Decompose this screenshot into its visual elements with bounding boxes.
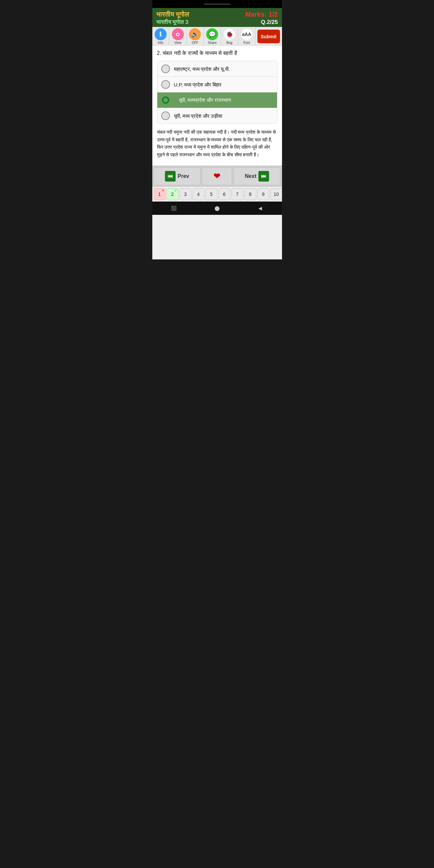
info-label: Info	[158, 41, 164, 44]
marks-text: Marks: 1/2	[245, 11, 278, 18]
app-title: भारतीय भूगोल	[156, 11, 189, 18]
q-num-5[interactable]: 5	[206, 188, 217, 200]
check-mark-2: ✓	[175, 189, 177, 192]
header-top: भारतीय भूगोल Marks: 1/2	[156, 11, 278, 18]
submit-button[interactable]: Submit	[257, 30, 280, 43]
share-label: Share	[208, 41, 217, 44]
off-label: OFF	[191, 41, 198, 44]
prev-button[interactable]: ⏮ Prev	[154, 167, 201, 185]
q-num-10[interactable]: 10	[270, 188, 282, 200]
option-a[interactable]: महाराष्ट्र, मध्य प्रदेश और यू.पी.	[157, 61, 277, 77]
bottom-bar: ⬛ ⬤ ◀	[152, 202, 282, 215]
q-num-2[interactable]: ✓ 2	[166, 188, 179, 200]
next-label: Next	[245, 173, 256, 179]
toolbar: ℹ Info ✿ View 🔊 OFF 💬 Share 🐞 Bu	[152, 27, 282, 45]
app-subtitle: भारतीय भूगोल 3	[156, 19, 189, 26]
back-icon[interactable]: ◀	[256, 204, 265, 212]
heart-icon: ❤	[214, 172, 220, 181]
view-label: View	[174, 41, 182, 44]
share-icon: 💬	[206, 28, 218, 40]
q-num-2-label: 2	[171, 191, 174, 197]
radio-a	[161, 64, 170, 73]
q-num-6[interactable]: 6	[218, 188, 230, 200]
content-area: 2. चंबल नदी के राज्यों के माध्यम से बहती…	[152, 45, 282, 166]
favorite-button[interactable]: ❤	[202, 167, 232, 185]
toolbar-off[interactable]: 🔊 OFF	[187, 27, 204, 45]
phone-container: भारतीय भूगोल Marks: 1/2 भारतीय भूगोल 3 Q…	[152, 0, 282, 259]
toolbar-bug[interactable]: 🐞 Bug	[221, 27, 239, 45]
off-icon: 🔊	[189, 28, 201, 40]
option-d-text: यूपी, मध्य प्रदेश और उड़ीसा	[174, 113, 222, 119]
option-b[interactable]: U.P, मध्य प्रदेश और बिहार	[157, 77, 277, 92]
option-c-text: ✓यूपी, मध्यप्रदेश और राजस्थान	[174, 97, 231, 104]
bottom-nav: ⏮ Prev ❤ Next ⏭	[152, 166, 282, 187]
radio-c	[161, 96, 170, 104]
radio-c-inner	[163, 98, 168, 102]
radio-d	[161, 112, 170, 120]
next-button[interactable]: Next ⏭	[234, 167, 281, 185]
question-text: 2. चंबल नदी के राज्यों के माध्यम से बहती…	[157, 50, 277, 57]
toolbar-info[interactable]: ℹ Info	[152, 27, 169, 45]
circle-icon[interactable]: ⬤	[213, 204, 221, 212]
next-arrow-icon: ⏭	[258, 171, 269, 182]
toolbar-font[interactable]: aAA Font	[238, 27, 255, 45]
toolbar-submit[interactable]: Submit	[255, 27, 282, 45]
radio-b	[161, 80, 170, 89]
question-numbers: ✕ 1 ✓ 2 3 4 5 6 7 8 9 10 11	[152, 187, 282, 202]
toolbar-view[interactable]: ✿ View	[169, 27, 187, 45]
wrong-mark-1: ✕	[162, 189, 164, 192]
prev-label: Prev	[178, 173, 189, 179]
q-num-8[interactable]: 8	[244, 188, 256, 200]
bug-label: Bug	[226, 41, 232, 44]
prev-arrow-icon: ⏮	[165, 171, 176, 182]
font-label: Font	[243, 41, 250, 44]
option-c-text-content: यूपी, मध्यप्रदेश और राजस्थान	[179, 97, 231, 103]
option-b-text: U.P, मध्य प्रदेश और बिहार	[174, 82, 222, 88]
view-icon: ✿	[172, 28, 184, 40]
option-c[interactable]: ✓यूपी, मध्यप्रदेश और राजस्थान	[157, 92, 277, 108]
option-a-text: महाराष्ट्र, मध्य प्रदेश और यू.पी.	[174, 66, 230, 72]
explanation-text: चंबल नदी यमुना नदी की एक सहायक नदी है। न…	[157, 128, 277, 158]
status-bar	[152, 0, 282, 8]
q-num-4[interactable]: 4	[192, 188, 205, 200]
status-bar-line	[204, 4, 230, 5]
home-icon[interactable]: ⬛	[170, 204, 178, 212]
app-header: भारतीय भूगोल Marks: 1/2 भारतीय भूगोल 3 Q…	[152, 8, 282, 27]
option-d[interactable]: यूपी, मध्य प्रदेश और उड़ीसा	[157, 108, 277, 123]
check-icon: ✓	[174, 97, 178, 103]
toolbar-share[interactable]: 💬 Share	[204, 27, 221, 45]
question-number: Q.2/25	[261, 19, 278, 26]
options-container: महाराष्ट्र, मध्य प्रदेश और यू.पी. U.P, म…	[157, 61, 277, 124]
bug-icon: 🐞	[223, 28, 236, 40]
q-num-9[interactable]: 9	[257, 188, 269, 200]
q-num-1[interactable]: ✕ 1	[154, 188, 166, 200]
q-num-7[interactable]: 7	[231, 188, 243, 200]
q-num-3[interactable]: 3	[180, 188, 191, 200]
info-icon: ℹ	[155, 28, 166, 40]
font-icon: aAA	[241, 28, 253, 40]
header-bottom: भारतीय भूगोल 3 Q.2/25	[156, 19, 278, 26]
q-num-1-label: 1	[158, 191, 161, 197]
